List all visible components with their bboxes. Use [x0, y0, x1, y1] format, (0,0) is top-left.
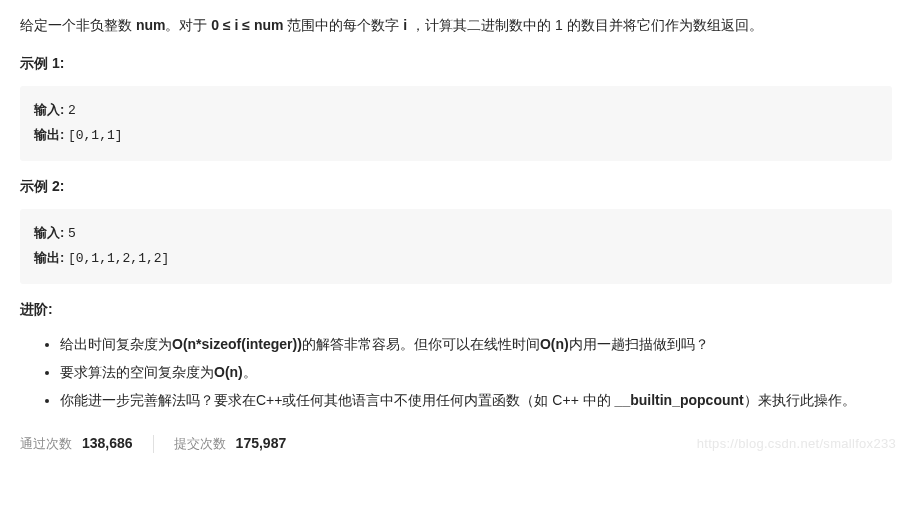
item-bold: O(n*sizeof(integer)) [172, 336, 302, 352]
desc-text: 。对于 [165, 17, 211, 33]
item-text: 内用一趟扫描做到吗？ [569, 336, 709, 352]
submit-label: 提交次数 [174, 433, 226, 455]
example1-heading: 示例 1: [20, 52, 892, 76]
pass-value: 138,686 [82, 432, 133, 456]
desc-text: 给定一个非负整数 [20, 17, 136, 33]
submit-value: 175,987 [236, 432, 287, 456]
stats-bar: 通过次数 138,686 提交次数 175,987 [20, 432, 892, 456]
input-value: 2 [68, 103, 76, 118]
item-text: 。 [243, 364, 257, 380]
item-bold: O(n) [540, 336, 569, 352]
list-item: 要求算法的空间复杂度为O(n)。 [60, 360, 892, 386]
stats-divider [153, 435, 154, 453]
item-text: 给出时间复杂度为 [60, 336, 172, 352]
output-label: 输出: [34, 127, 68, 142]
desc-var-num: num [136, 17, 166, 33]
input-label: 输入: [34, 102, 68, 117]
advanced-heading: 进阶: [20, 298, 892, 322]
example1-block: 输入: 2 输出: [0,1,1] [20, 86, 892, 161]
desc-text: ，计算其二进制数中的 1 的数目并将它们作为数组返回。 [407, 17, 762, 33]
advanced-list: 给出时间复杂度为O(n*sizeof(integer))的解答非常容易。但你可以… [20, 332, 892, 414]
submit-count: 提交次数 175,987 [174, 432, 287, 456]
output-label: 输出: [34, 250, 68, 265]
pass-label: 通过次数 [20, 433, 72, 455]
desc-range: 0 ≤ i ≤ num [211, 17, 283, 33]
input-value: 5 [68, 226, 76, 241]
item-bold: __builtin_popcount [615, 392, 744, 408]
example2-heading: 示例 2: [20, 175, 892, 199]
item-text: 的解答非常容易。但你可以在线性时间 [302, 336, 540, 352]
problem-description: 给定一个非负整数 num。对于 0 ≤ i ≤ num 范围中的每个数字 i ，… [20, 14, 892, 38]
item-text: 你能进一步完善解法吗？要求在C++或任何其他语言中不使用任何内置函数（如 C++… [60, 392, 615, 408]
item-text: 要求算法的空间复杂度为 [60, 364, 214, 380]
desc-text: 范围中的每个数字 [284, 17, 404, 33]
pass-count: 通过次数 138,686 [20, 432, 133, 456]
item-text: ）来执行此操作。 [744, 392, 856, 408]
output-value: [0,1,1,2,1,2] [68, 251, 169, 266]
list-item: 给出时间复杂度为O(n*sizeof(integer))的解答非常容易。但你可以… [60, 332, 892, 358]
example2-block: 输入: 5 输出: [0,1,1,2,1,2] [20, 209, 892, 284]
item-bold: O(n) [214, 364, 243, 380]
output-value: [0,1,1] [68, 128, 123, 143]
list-item: 你能进一步完善解法吗？要求在C++或任何其他语言中不使用任何内置函数（如 C++… [60, 388, 892, 414]
input-label: 输入: [34, 225, 68, 240]
